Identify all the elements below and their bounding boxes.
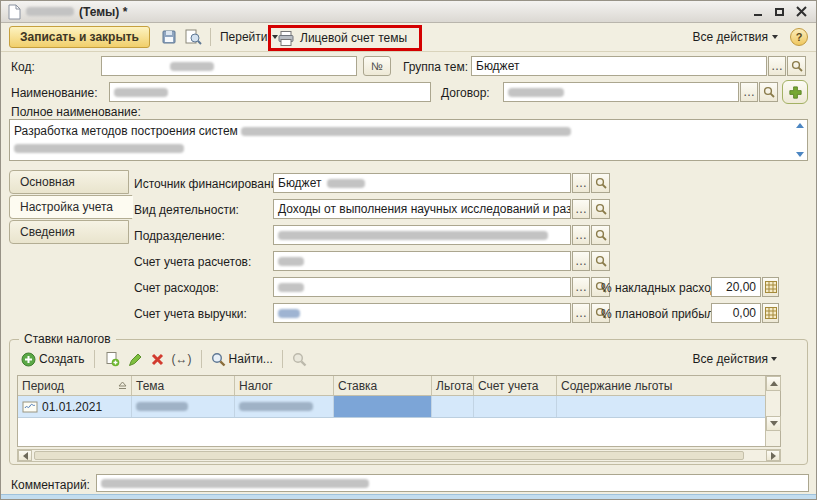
contract-open-button[interactable] bbox=[759, 82, 778, 102]
scroll-up-icon[interactable] bbox=[796, 123, 804, 128]
topic-form-window: (Темы) * Записать и закрыть Перейти Все … bbox=[0, 0, 817, 500]
minimize-button[interactable] bbox=[749, 4, 766, 19]
overhead-field[interactable]: 20,00 bbox=[711, 277, 761, 297]
textarea-scrollbar[interactable] bbox=[792, 121, 806, 159]
cell-benefit-content[interactable] bbox=[557, 396, 766, 417]
funding-source-field[interactable]: Бюджет bbox=[273, 173, 571, 193]
revenue-account-field[interactable] bbox=[273, 303, 571, 323]
create-button[interactable]: Создать bbox=[17, 348, 89, 370]
tax-all-actions-label: Все действия bbox=[693, 352, 768, 366]
ellipsis-icon: … bbox=[575, 176, 587, 190]
calculator-icon bbox=[765, 307, 777, 319]
clear-find-button[interactable] bbox=[288, 348, 311, 370]
save-and-close-button[interactable]: Записать и закрыть bbox=[9, 26, 150, 48]
number-button[interactable]: № bbox=[363, 56, 391, 76]
group-field[interactable]: Бюджет bbox=[471, 56, 767, 76]
comment-field[interactable] bbox=[96, 474, 809, 492]
edit-button[interactable] bbox=[124, 348, 147, 370]
column-header-period[interactable]: Период bbox=[18, 376, 132, 395]
scroll-down-icon[interactable] bbox=[796, 152, 804, 157]
cell-period[interactable]: 01.01.2021 bbox=[18, 396, 132, 417]
full-name-textarea[interactable]: Разработка методов построения систем bbox=[9, 119, 808, 161]
period-value: 01.01.2021 bbox=[42, 400, 102, 414]
preview-button[interactable] bbox=[181, 26, 205, 48]
maximize-button[interactable] bbox=[771, 4, 788, 19]
delete-x-icon bbox=[151, 353, 164, 366]
table-vertical-scrollbar[interactable] bbox=[765, 376, 780, 446]
activity-field[interactable]: Доходы от выполнения научных исследовани… bbox=[273, 199, 571, 219]
magnifier-icon bbox=[791, 60, 803, 72]
column-header-label: Содержание льготы bbox=[561, 379, 672, 393]
settlement-choose-button[interactable]: … bbox=[572, 251, 590, 271]
revenue-choose-button[interactable]: … bbox=[572, 303, 590, 323]
document-icon bbox=[7, 4, 21, 20]
reorder-button[interactable]: (↔) bbox=[168, 348, 196, 370]
column-header-label: Льгота bbox=[436, 379, 473, 393]
cell-topic[interactable] bbox=[132, 396, 235, 417]
cell-benefit[interactable] bbox=[432, 396, 474, 417]
column-header-topic[interactable]: Тема bbox=[132, 376, 235, 395]
scroll-down-button[interactable] bbox=[766, 416, 781, 431]
overhead-calc-button[interactable] bbox=[762, 277, 779, 297]
activity-choose-button[interactable]: … bbox=[572, 199, 590, 219]
help-button[interactable]: ? bbox=[790, 28, 808, 46]
copy-icon bbox=[104, 351, 120, 367]
scroll-right-button[interactable] bbox=[766, 450, 780, 461]
activity-open-button[interactable] bbox=[591, 199, 610, 219]
save-button[interactable] bbox=[157, 26, 181, 48]
column-header-account[interactable]: Счет учета bbox=[474, 376, 557, 395]
column-header-benefit[interactable]: Льгота bbox=[432, 376, 474, 395]
scroll-left-icon bbox=[23, 452, 28, 460]
contract-choose-button[interactable]: … bbox=[740, 82, 758, 102]
column-header-tax[interactable]: Налог bbox=[235, 376, 334, 395]
tab-main-label: Основная bbox=[20, 175, 75, 189]
activity-label: Вид деятельности: bbox=[134, 203, 239, 217]
tab-main[interactable]: Основная bbox=[9, 170, 129, 194]
department-choose-button[interactable]: … bbox=[572, 225, 590, 245]
table-horizontal-scrollbar[interactable] bbox=[17, 449, 781, 462]
scroll-up-button[interactable] bbox=[766, 376, 781, 391]
redacted-tax-cell bbox=[239, 402, 313, 411]
funding-choose-button[interactable]: … bbox=[572, 173, 590, 193]
funding-open-button[interactable] bbox=[591, 173, 610, 193]
planned-profit-calc-button[interactable] bbox=[762, 303, 779, 323]
tax-all-actions-menu[interactable]: Все действия bbox=[689, 348, 781, 370]
department-field[interactable] bbox=[273, 225, 571, 245]
annotation-highlight: Лицевой счет темы bbox=[268, 25, 422, 51]
scrollbar-thumb[interactable] bbox=[34, 451, 744, 460]
cell-rate-selected[interactable] bbox=[334, 396, 432, 417]
add-circle-icon bbox=[21, 352, 36, 367]
department-open-button[interactable] bbox=[591, 225, 610, 245]
scroll-left-button[interactable] bbox=[18, 450, 32, 461]
delete-button[interactable] bbox=[147, 348, 168, 370]
column-header-rate[interactable]: Ставка bbox=[334, 376, 432, 395]
code-field[interactable] bbox=[101, 56, 357, 76]
tab-accounting-settings[interactable]: Настройка учета bbox=[9, 195, 133, 219]
expense-choose-button[interactable]: … bbox=[572, 277, 590, 297]
settlement-account-field[interactable] bbox=[273, 251, 571, 271]
table-row[interactable]: 01.01.2021 bbox=[18, 396, 766, 418]
topic-account-button[interactable] bbox=[274, 28, 298, 48]
group-open-button[interactable] bbox=[787, 56, 806, 76]
copy-button[interactable] bbox=[100, 348, 124, 370]
tab-info[interactable]: Сведения bbox=[9, 220, 129, 244]
cell-account[interactable] bbox=[474, 396, 557, 417]
close-button[interactable] bbox=[793, 4, 810, 19]
ellipsis-icon: … bbox=[771, 59, 783, 73]
contract-field[interactable] bbox=[503, 82, 739, 102]
expense-account-field[interactable] bbox=[273, 277, 571, 297]
column-header-benefit-content[interactable]: Содержание льготы bbox=[557, 376, 766, 395]
name-field[interactable] bbox=[109, 82, 431, 102]
settlement-open-button[interactable] bbox=[591, 251, 610, 271]
redacted-expense-account bbox=[278, 283, 304, 292]
group-choose-button[interactable]: … bbox=[768, 56, 786, 76]
cell-tax[interactable] bbox=[235, 396, 334, 417]
close-icon bbox=[796, 6, 807, 17]
find-button[interactable]: Найти... bbox=[207, 348, 277, 370]
topic-account-label[interactable]: Лицевой счет темы bbox=[300, 31, 407, 45]
maximize-icon bbox=[775, 8, 784, 16]
planned-profit-field[interactable]: 0,00 bbox=[711, 303, 761, 323]
all-actions-menu[interactable]: Все действия bbox=[689, 26, 782, 48]
create-label: Создать bbox=[39, 352, 85, 366]
add-button[interactable] bbox=[782, 80, 808, 104]
